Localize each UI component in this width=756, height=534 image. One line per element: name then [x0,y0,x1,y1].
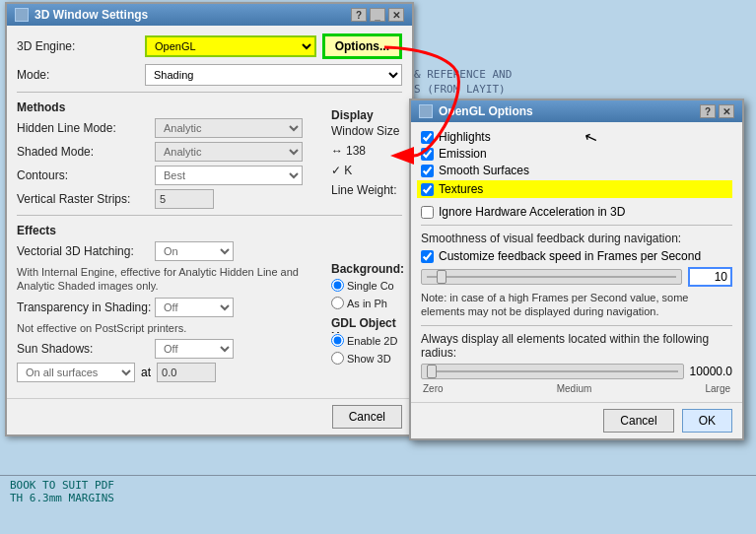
slider-medium-label: Medium [557,383,592,394]
engine-label: 3D Engine: [17,39,145,53]
sun-at-input[interactable] [157,363,216,382]
fps-slider[interactable] [421,269,682,285]
mode-select[interactable]: Shading [145,64,402,86]
opengl-fps-note: Note: in case of a high Frames per Secon… [421,291,732,319]
highlights-label: Highlights [439,130,491,144]
contours-label: Contours: [17,168,155,182]
textures-checkbox[interactable] [421,183,434,196]
ignore-hw-row: Ignore Hardware Acceleration in 3D [421,205,732,219]
vectorial-select[interactable]: On [155,241,234,261]
opengl-titlebar: OpenGL Options ? ✕ [411,100,742,122]
opengl-titlebar-left: OpenGL Options [419,104,533,118]
radius-slider-thumb[interactable] [427,365,437,378]
dialog-3d-titlebar: 3D Window Settings ? _ ✕ [7,4,412,26]
radio-enable-input[interactable] [331,334,344,347]
vertical-raster-input[interactable] [155,189,214,209]
opengl-body: Highlights Emission Smooth Surfaces Text… [411,122,742,402]
hidden-line-label: Hidden Line Mode: [17,121,155,135]
opengl-footer: Cancel OK [411,402,742,438]
radio-as-in-input[interactable] [331,297,344,309]
slider-thumb[interactable] [437,270,447,284]
radio-single-input[interactable] [331,279,344,292]
sun-shadows-select[interactable]: Off [155,339,234,359]
emission-row: Emission [421,147,732,161]
dialog-3d-window-settings: 3D Window Settings ? _ ✕ 3D Engine: Open… [5,2,414,436]
dialog-opengl-options: OpenGL Options ? ✕ Highlights Emission S… [409,99,744,440]
divider-2 [17,215,402,216]
mode-row: Mode: Shading [17,64,402,86]
options-button[interactable]: Options... [322,33,402,59]
window-size-label: Window Size [327,123,408,139]
opengl-cancel-button[interactable]: Cancel [603,409,673,433]
radio-as-in[interactable]: As in Ph [327,296,408,310]
dialog-3d-title: 3D Window Settings [34,8,148,22]
radius-slider-track [427,370,678,372]
minimize-button[interactable]: _ [370,8,385,22]
display-section-label: Display [327,106,378,124]
ignore-hw-label: Ignore Hardware Acceleration in 3D [439,205,625,219]
emission-label: Emission [439,147,487,161]
radius-slider-row: 10000.0 [421,364,732,379]
titlebar-buttons: ? _ ✕ [351,8,404,22]
opengl-divider-2 [421,325,732,326]
radio-enable-2d[interactable]: Enable 2D [327,333,408,348]
opengl-close-button[interactable]: ✕ [719,104,734,118]
customize-checkbox[interactable] [421,250,434,263]
mode-label: Mode: [17,68,145,82]
highlights-checkbox[interactable] [421,131,434,144]
radio-single-co[interactable]: Single Co [327,278,408,293]
sun-shadows-label: Sun Shadows: [17,342,155,356]
help-button[interactable]: ? [351,8,367,22]
divider-1 [17,92,402,93]
dialog-icon [15,8,29,22]
radius-value: 10000.0 [690,365,732,378]
window-size-value-row: ↔138 [327,143,408,159]
emission-checkbox[interactable] [421,148,434,161]
bg-bottom-text: BOOK TO SUIT PDF TH 6.3mm MARGINS [10,479,114,504]
cancel-button[interactable]: Cancel [332,405,402,429]
sun-surfaces-select[interactable]: On all surfaces [17,363,135,382]
slider-large-label: Large [705,383,730,394]
smoothness-label: Smoothness of visual feedback during nav… [421,232,732,245]
smooth-checkbox[interactable] [421,165,434,177]
bg-bottom-bar: BOOK TO SUIT PDF TH 6.3mm MARGINS [0,475,756,534]
opengl-help-button[interactable]: ? [700,104,716,118]
slider-zero-label: Zero [423,383,444,394]
k-value: ✓ K [327,163,408,178]
radio-show-input[interactable] [331,352,344,365]
effects-title: Effects [17,224,402,237]
shaded-select[interactable]: Analytic [155,142,303,162]
opengl-ok-button[interactable]: OK [682,409,732,433]
at-label: at [141,366,151,379]
customize-label: Customize feedback speed in Frames per S… [439,249,701,263]
transparency-label: Transparency in Shading: [17,300,155,314]
opengl-divider-1 [421,225,732,226]
engine-select[interactable]: OpenGL [145,35,316,57]
close-button[interactable]: ✕ [388,8,404,22]
dialog-3d-footer: Cancel [7,398,412,434]
radius-slider[interactable] [421,364,684,379]
customize-row: Customize feedback speed in Frames per S… [421,249,732,263]
opengl-titlebar-buttons: ? ✕ [700,104,734,118]
smooth-label: Smooth Surfaces [439,164,529,177]
engine-row: 3D Engine: OpenGL Options... [17,33,402,59]
opengl-dialog-icon [419,104,433,118]
slider-track [427,276,676,278]
radio-show-3d[interactable]: Show 3D [327,351,408,366]
contours-select[interactable]: Best [155,166,303,185]
slider-labels: Zero Medium Large [421,383,732,394]
transparency-select[interactable]: Off [155,298,234,317]
highlights-row: Highlights [421,130,732,144]
fps-input[interactable]: 10 [688,267,732,287]
always-display-label: Always display all elements located with… [421,332,732,360]
opengl-title: OpenGL Options [439,104,533,118]
hidden-line-select[interactable]: Analytic [155,118,303,138]
textures-label: Textures [439,182,483,196]
textures-row: Textures [417,180,732,198]
ignore-hw-checkbox[interactable] [421,206,434,219]
line-weight-label: Line Weight: [327,182,408,198]
shaded-label: Shaded Mode: [17,145,155,159]
vectorial-label: Vectorial 3D Hatching: [17,244,155,258]
titlebar-left: 3D Window Settings [15,8,148,22]
vertical-raster-label: Vertical Raster Strips: [17,192,155,206]
